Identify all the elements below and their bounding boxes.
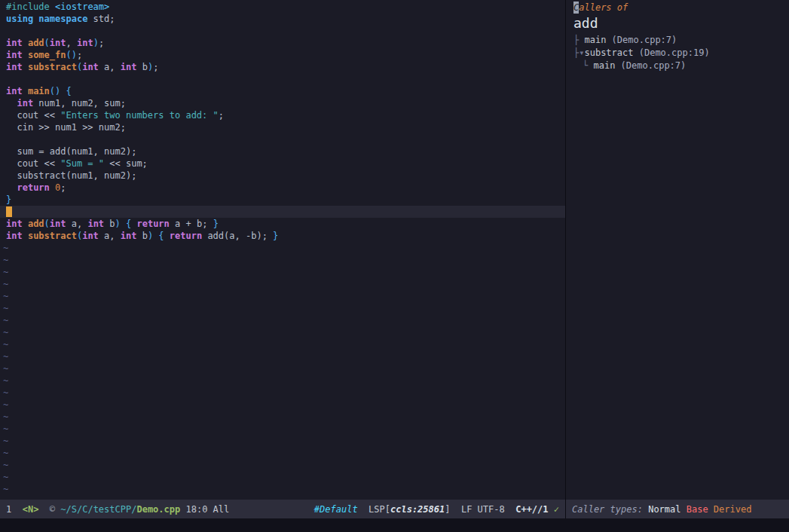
code-token: int bbox=[6, 219, 28, 229]
code-line[interactable]: #include <iostream> bbox=[0, 1, 565, 13]
code-line[interactable]: return 0; bbox=[0, 182, 565, 194]
check-icon: ✓ bbox=[549, 504, 559, 515]
code-buffer: #include <iostream>using namespace std;i… bbox=[0, 1, 565, 495]
panel-title-text: allers of bbox=[579, 2, 628, 13]
code-token: ; bbox=[219, 110, 224, 121]
filler-line: ~ bbox=[0, 338, 565, 350]
code-token: cout << bbox=[6, 158, 60, 169]
cursor-position: 18:0 All bbox=[180, 504, 229, 515]
code-token: << sum; bbox=[104, 158, 148, 169]
caller-tree-item[interactable]: ├▾substract (Demo.cpp:19) bbox=[573, 47, 789, 60]
code-line[interactable]: } bbox=[0, 194, 565, 206]
code-line[interactable] bbox=[0, 25, 565, 37]
colorscheme: #Default bbox=[314, 504, 358, 515]
code-line[interactable]: int substract(int a, int b) { return add… bbox=[0, 230, 565, 242]
code-token: ; bbox=[153, 62, 158, 72]
code-token: "Enters two numbers to add: " bbox=[60, 110, 219, 121]
code-token: ; bbox=[77, 50, 82, 60]
code-line[interactable] bbox=[0, 73, 565, 85]
filler-line: ~ bbox=[0, 435, 565, 447]
caller-location: (Demo.cpp:7) bbox=[606, 35, 677, 45]
code-token: int bbox=[121, 62, 137, 72]
code-token: add bbox=[28, 219, 44, 229]
code-token: cin >> num1 >> num2; bbox=[6, 122, 126, 133]
code-line[interactable] bbox=[0, 133, 565, 145]
code-line[interactable]: substract(num1, num2); bbox=[0, 170, 565, 182]
code-token: int bbox=[6, 38, 28, 48]
code-token: int bbox=[50, 38, 66, 48]
filler-line: ~ bbox=[0, 423, 565, 435]
lsp-label: LSP[ bbox=[358, 504, 390, 515]
code-token: add(a, -b); bbox=[207, 231, 273, 241]
statusline-editor: 1 <N> © ~/S/C/testCPP/Demo.cpp 18:0 All … bbox=[0, 500, 565, 518]
caller-name: main bbox=[593, 60, 615, 71]
code-line[interactable]: sum = add(num1, num2); bbox=[0, 145, 565, 157]
code-line[interactable]: cout << "Sum = " << sum; bbox=[0, 157, 565, 170]
code-token: int bbox=[6, 50, 28, 60]
code-token: int bbox=[6, 62, 28, 72]
filler-line: ~ bbox=[0, 314, 565, 326]
code-token: } bbox=[6, 194, 11, 205]
code-token: int bbox=[77, 38, 93, 48]
code-token: ( bbox=[44, 219, 50, 229]
code-token bbox=[6, 182, 17, 193]
code-token: int bbox=[6, 231, 28, 241]
code-token: add bbox=[28, 38, 44, 48]
callers-panel: Callers of add ├ main (Demo.cpp:7)├▾subs… bbox=[566, 0, 789, 500]
caller-tree-item[interactable]: ├ main (Demo.cpp:7) bbox=[573, 34, 789, 47]
filler-line: ~ bbox=[0, 362, 565, 375]
code-token: ; bbox=[60, 182, 66, 193]
code-line[interactable]: using namespace std; bbox=[0, 13, 565, 25]
code-token: ( bbox=[44, 38, 50, 48]
code-token: substract bbox=[28, 62, 77, 72]
code-token: some_fn bbox=[28, 50, 66, 60]
caller-tree-item[interactable]: └ main (Demo.cpp:7) bbox=[573, 60, 789, 72]
code-token: int bbox=[82, 231, 99, 241]
filetype: C++//1 bbox=[515, 504, 548, 515]
filler-line: ~ bbox=[0, 375, 565, 387]
code-token: int bbox=[17, 98, 38, 109]
cursor-block bbox=[6, 206, 12, 217]
code-token: return bbox=[170, 231, 208, 241]
lsp-label-close: ] bbox=[445, 504, 461, 515]
symbol-name: add bbox=[573, 14, 789, 32]
code-token: a, bbox=[66, 219, 88, 229]
code-line[interactable]: cout << "Enters two numbers to add: "; bbox=[0, 109, 565, 121]
code-line[interactable]: int add(int a, int b) { return a + b; } bbox=[0, 218, 565, 230]
filler-line: ~ bbox=[0, 471, 565, 483]
code-token: substract(num1, num2); bbox=[6, 170, 136, 181]
tree-branch-icon: ├▾ bbox=[573, 47, 584, 58]
filler-line: ~ bbox=[0, 459, 565, 471]
code-token: substract bbox=[28, 231, 77, 241]
code-token: a, bbox=[99, 231, 121, 241]
code-token: <iostream> bbox=[55, 2, 109, 12]
caller-name: main bbox=[584, 35, 606, 45]
code-token: a, bbox=[99, 62, 121, 72]
statusline-row: 1 <N> © ~/S/C/testCPP/Demo.cpp 18:0 All … bbox=[0, 500, 789, 518]
code-line[interactable]: int substract(int a, int b); bbox=[0, 61, 565, 73]
code-token: () bbox=[66, 50, 76, 60]
code-line[interactable]: int add(int, int); bbox=[0, 37, 565, 49]
callers-tree: ├ main (Demo.cpp:7)├▾substract (Demo.cpp… bbox=[573, 34, 789, 72]
code-token: using namespace bbox=[6, 14, 87, 24]
filler-line: ~ bbox=[0, 399, 565, 411]
code-line[interactable]: int num1, num2, sum; bbox=[0, 97, 565, 109]
code-line[interactable]: int main() { bbox=[0, 85, 565, 97]
code-token: ; bbox=[99, 38, 104, 48]
caller-location: (Demo.cpp:7) bbox=[615, 60, 686, 71]
code-token: b bbox=[136, 62, 147, 72]
caller-type-normal: Normal bbox=[648, 504, 687, 515]
code-token: , bbox=[66, 38, 77, 48]
code-token: cout << bbox=[6, 110, 60, 121]
code-line[interactable] bbox=[0, 206, 565, 218]
code-token: std; bbox=[87, 14, 115, 24]
file-icon: © bbox=[38, 504, 60, 515]
caller-type-derived: Derived bbox=[714, 504, 752, 515]
code-token: } bbox=[273, 231, 278, 241]
code-line[interactable]: cin >> num1 >> num2; bbox=[0, 121, 565, 133]
code-line[interactable]: int some_fn(); bbox=[0, 49, 565, 61]
filler-line: ~ bbox=[0, 242, 565, 254]
caller-name: substract bbox=[584, 47, 633, 58]
statusline-left-group: 1 <N> © ~/S/C/testCPP/Demo.cpp 18:0 All bbox=[6, 504, 229, 515]
code-token: } bbox=[213, 219, 219, 229]
